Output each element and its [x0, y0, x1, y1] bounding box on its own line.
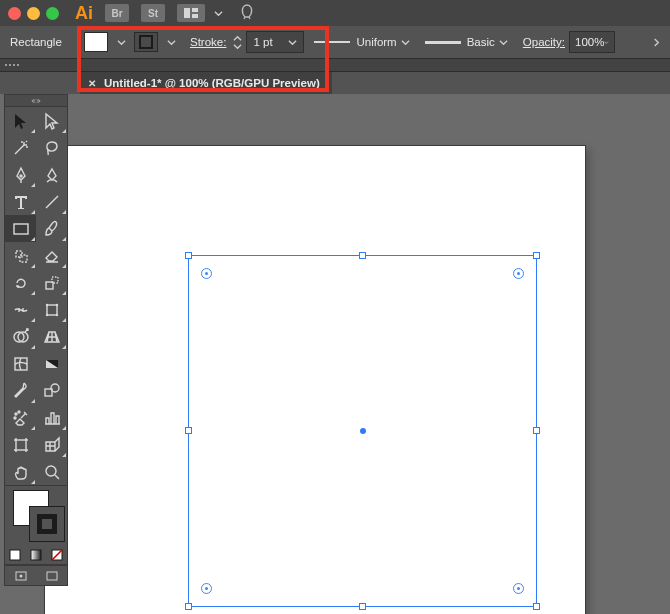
macos-titlebar: Ai Br St — [0, 0, 670, 26]
canvas-area[interactable] — [0, 94, 670, 614]
resize-handle-bottom-right[interactable] — [533, 603, 540, 610]
mesh-tool[interactable] — [5, 350, 36, 377]
stroke-swatch[interactable] — [134, 32, 158, 52]
bridge-shortcut-button[interactable]: Br — [105, 4, 129, 22]
stroke-weight-value: 1 pt — [253, 36, 272, 48]
rectangle-tool[interactable] — [5, 215, 36, 242]
direct-selection-tool[interactable] — [36, 107, 67, 134]
svg-point-27 — [19, 574, 22, 577]
artboard-tool[interactable] — [5, 431, 36, 458]
live-corner-widget[interactable] — [513, 583, 524, 594]
stroke-indicator[interactable] — [29, 506, 65, 542]
tools-panel — [4, 94, 68, 586]
stroke-weight-stepper[interactable] — [232, 35, 242, 50]
selected-rectangle[interactable] — [188, 255, 537, 607]
scale-tool[interactable] — [36, 269, 67, 296]
live-corner-widget[interactable] — [513, 268, 524, 279]
curvature-tool[interactable] — [36, 161, 67, 188]
svg-point-7 — [45, 303, 47, 305]
opacity-label[interactable]: Opacity: — [523, 36, 565, 48]
column-graph-tool[interactable] — [36, 404, 67, 431]
shape-builder-tool[interactable] — [5, 323, 36, 350]
color-mode-gradient-button[interactable] — [26, 546, 47, 564]
close-tab-icon[interactable]: ✕ — [88, 78, 96, 89]
document-tab[interactable]: ✕ Untitled-1* @ 100% (RGB/GPU Preview) — [80, 72, 332, 94]
screen-mode-button[interactable] — [36, 566, 67, 585]
live-corner-widget[interactable] — [201, 583, 212, 594]
svg-point-8 — [55, 303, 57, 305]
stroke-weight-field[interactable]: 1 pt — [246, 31, 304, 53]
resize-handle-top-left[interactable] — [185, 252, 192, 259]
fill-stroke-indicator[interactable] — [5, 486, 67, 546]
opacity-field[interactable]: 100% — [569, 31, 615, 53]
svg-point-18 — [18, 411, 20, 413]
stock-shortcut-button[interactable]: St — [141, 4, 165, 22]
svg-rect-23 — [31, 550, 41, 560]
tools-panel-collapse-button[interactable] — [5, 95, 67, 107]
color-mode-solid-button[interactable] — [5, 546, 26, 564]
gradient-tool[interactable] — [36, 350, 67, 377]
width-tool[interactable] — [5, 296, 36, 323]
resize-handle-mid-right[interactable] — [533, 427, 540, 434]
eraser-tool[interactable] — [36, 242, 67, 269]
stroke-swatch-dropdown[interactable] — [162, 32, 180, 52]
selection-tool[interactable] — [5, 107, 36, 134]
svg-rect-1 — [192, 8, 198, 12]
pen-tool[interactable] — [5, 161, 36, 188]
window-fullscreen-button[interactable] — [46, 7, 59, 20]
screen-mode-row — [5, 565, 67, 585]
window-close-button[interactable] — [8, 7, 21, 20]
lasso-tool[interactable] — [36, 134, 67, 161]
selection-center-icon — [360, 428, 366, 434]
paintbrush-tool[interactable] — [36, 215, 67, 242]
hand-tool[interactable] — [5, 458, 36, 485]
draw-mode-button[interactable] — [5, 566, 36, 585]
panel-dock-gripper[interactable] — [0, 58, 670, 72]
artboard[interactable] — [45, 146, 585, 614]
resize-handle-bottom-mid[interactable] — [359, 603, 366, 610]
svg-point-21 — [46, 466, 56, 476]
type-tool[interactable] — [5, 188, 36, 215]
svg-rect-6 — [47, 305, 57, 315]
fill-swatch[interactable] — [84, 32, 108, 52]
window-minimize-button[interactable] — [27, 7, 40, 20]
svg-rect-4 — [46, 282, 53, 289]
zoom-tool[interactable] — [36, 458, 67, 485]
resize-handle-mid-left[interactable] — [185, 427, 192, 434]
stroke-weight-label[interactable]: Stroke: — [190, 36, 226, 48]
resize-handle-top-mid[interactable] — [359, 252, 366, 259]
variable-width-profile-dropdown[interactable]: Uniform — [314, 32, 414, 52]
resize-handle-bottom-left[interactable] — [185, 603, 192, 610]
perspective-grid-tool[interactable] — [36, 323, 67, 350]
svg-rect-3 — [14, 224, 28, 234]
gpu-performance-icon[interactable] — [239, 4, 255, 23]
arrange-documents-button[interactable] — [177, 4, 205, 22]
controlbar-overflow-button[interactable] — [646, 26, 666, 58]
eyedropper-tool[interactable] — [5, 377, 36, 404]
symbol-sprayer-tool[interactable] — [5, 404, 36, 431]
svg-point-19 — [14, 417, 16, 419]
control-bar: Rectangle Stroke: 1 pt Uniform Basic Opa… — [0, 26, 670, 58]
fill-swatch-dropdown[interactable] — [112, 32, 130, 52]
workspace — [0, 94, 670, 614]
svg-point-16 — [51, 384, 59, 392]
svg-point-9 — [45, 313, 47, 315]
svg-rect-2 — [192, 14, 198, 18]
color-mode-row — [5, 546, 67, 564]
line-segment-tool[interactable] — [36, 188, 67, 215]
free-transform-tool[interactable] — [36, 296, 67, 323]
shaper-tool[interactable] — [5, 242, 36, 269]
brush-definition-label: Basic — [467, 36, 495, 48]
live-corner-widget[interactable] — [201, 268, 212, 279]
magic-wand-tool[interactable] — [5, 134, 36, 161]
svg-rect-0 — [184, 8, 190, 18]
rotate-tool[interactable] — [5, 269, 36, 296]
slice-tool[interactable] — [36, 431, 67, 458]
document-tab-title: Untitled-1* @ 100% (RGB/GPU Preview) — [104, 77, 320, 89]
blend-tool[interactable] — [36, 377, 67, 404]
color-mode-none-button[interactable] — [46, 546, 67, 564]
resize-handle-top-right[interactable] — [533, 252, 540, 259]
svg-rect-28 — [47, 572, 57, 580]
brush-definition-dropdown[interactable]: Basic — [425, 32, 513, 52]
arrange-documents-dropdown[interactable] — [213, 4, 223, 22]
